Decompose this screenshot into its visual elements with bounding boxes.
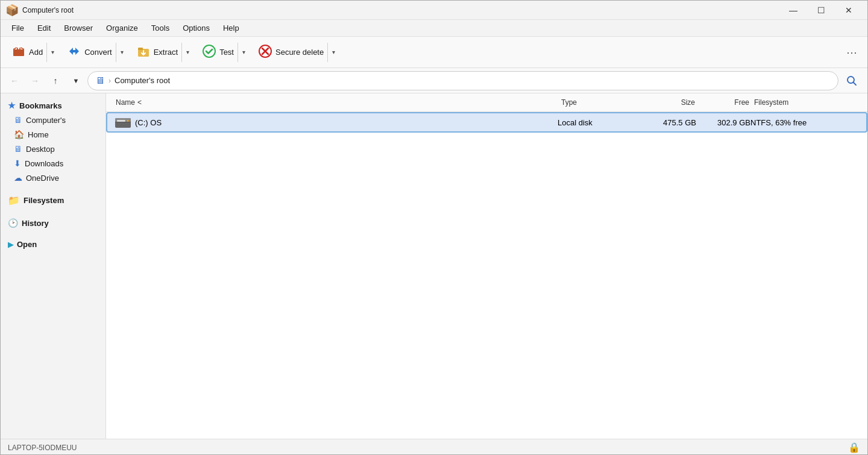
open-label: Open	[17, 240, 37, 249]
menu-help[interactable]: Help	[217, 22, 245, 34]
sidebar-home-label: Home	[28, 130, 49, 139]
history-icon: 🕑	[8, 218, 18, 228]
maximize-button[interactable]: ☐	[807, 1, 835, 20]
minimize-button[interactable]: —	[779, 1, 807, 20]
sidebar-spacer-3	[1, 230, 105, 237]
computer-name: LAPTOP-5IODMEUU	[8, 444, 77, 452]
downloads-icon: ⬇	[14, 158, 21, 168]
add-button-group: Add ▾	[5, 40, 58, 65]
file-name: (C:) OS	[135, 118, 162, 127]
title-bar: 📦 Computer's root — ☐ ✕	[1, 1, 867, 20]
convert-dropdown[interactable]: ▾	[116, 43, 128, 62]
address-monitor-icon: 🖥	[95, 75, 105, 86]
address-separator: ›	[108, 77, 111, 85]
filesystem-section[interactable]: 📁 Filesystem	[1, 192, 105, 209]
file-size: 475.5 GB	[636, 118, 696, 127]
back-button[interactable]: ←	[5, 72, 24, 90]
sidebar-downloads-label: Downloads	[25, 159, 63, 168]
bookmarks-section[interactable]: ★ Bookmarks	[1, 98, 105, 113]
convert-button-group: Convert ▾	[61, 40, 128, 64]
svg-line-14	[854, 82, 857, 85]
computer-icon: 🖥	[14, 115, 22, 125]
menu-file[interactable]: File	[5, 22, 30, 34]
svg-rect-19	[115, 122, 131, 122]
bookmarks-star-icon: ★	[8, 101, 16, 110]
sidebar-item-home[interactable]: 🏠 Home	[1, 127, 105, 142]
history-dropdown-button[interactable]: ▼	[67, 72, 85, 90]
sidebar-item-onedrive[interactable]: ☁ OneDrive	[1, 171, 105, 185]
main-layout: ★ Bookmarks 🖥 Computer's 🏠 Home 🖥 Deskto…	[1, 93, 867, 439]
extract-button-group: Extract ▾	[130, 40, 193, 64]
test-label: Test	[219, 48, 234, 57]
menu-edit[interactable]: Edit	[31, 22, 57, 34]
close-button[interactable]: ✕	[835, 1, 863, 20]
filesystem-label: Filesystem	[24, 196, 64, 205]
convert-icon	[67, 44, 81, 60]
svg-rect-0	[13, 49, 24, 56]
svg-rect-7	[138, 48, 143, 50]
convert-button[interactable]: Convert	[61, 40, 116, 64]
sidebar-desktop-label: Desktop	[26, 145, 55, 154]
add-label: Add	[29, 48, 43, 57]
col-name-label: Name	[116, 98, 135, 107]
extract-icon	[136, 44, 151, 60]
col-size[interactable]: Size	[637, 97, 697, 108]
sidebar-item-downloads[interactable]: ⬇ Downloads	[1, 156, 105, 171]
filesystem-folder-icon: 📁	[8, 195, 20, 206]
forward-button[interactable]: →	[26, 72, 44, 90]
menu-bar: File Edit Browser Organize Tools Options…	[1, 20, 867, 37]
toolbar-more-button[interactable]: ⋯	[841, 42, 863, 63]
open-play-icon: ▶	[8, 240, 13, 249]
address-field[interactable]: 🖥 › Computer's root	[87, 71, 838, 90]
sidebar-item-desktop[interactable]: 🖥 Desktop	[1, 142, 105, 156]
history-section[interactable]: 🕑 History	[1, 216, 105, 230]
secure-delete-icon	[258, 44, 272, 60]
test-dropdown[interactable]: ▾	[237, 43, 250, 62]
menu-options[interactable]: Options	[177, 22, 216, 34]
col-size-label: Size	[681, 98, 695, 107]
svg-point-18	[127, 120, 129, 122]
svg-rect-17	[117, 120, 125, 122]
secure-delete-button-group: Secure delete ▾	[252, 40, 339, 64]
open-section[interactable]: ▶ Open	[1, 237, 105, 251]
table-header: Name < Type Size Free Filesystem	[106, 93, 867, 112]
sidebar: ★ Bookmarks 🖥 Computer's 🏠 Home 🖥 Deskto…	[1, 93, 106, 439]
menu-organize[interactable]: Organize	[100, 22, 144, 34]
secure-delete-button[interactable]: Secure delete	[252, 40, 327, 64]
file-type: Local disk	[558, 118, 636, 127]
col-filesystem[interactable]: Filesystem	[752, 97, 860, 108]
test-button[interactable]: Test	[196, 40, 237, 64]
col-name[interactable]: Name <	[113, 97, 559, 108]
secure-delete-dropdown[interactable]: ▾	[327, 43, 339, 62]
col-filesystem-label: Filesystem	[754, 98, 788, 107]
menu-browser[interactable]: Browser	[58, 22, 99, 34]
extract-dropdown[interactable]: ▾	[181, 43, 193, 62]
up-button[interactable]: ↑	[46, 72, 64, 90]
content-area: Name < Type Size Free Filesystem	[106, 93, 867, 439]
sidebar-item-computers[interactable]: 🖥 Computer's	[1, 113, 105, 127]
title-text: Computer's root	[22, 6, 74, 14]
menu-tools[interactable]: Tools	[145, 22, 175, 34]
status-bar: LAPTOP-5IODMEUU 🔒	[1, 439, 867, 455]
desktop-icon: 🖥	[14, 144, 22, 154]
svg-marker-5	[69, 48, 79, 55]
window-controls: — ☐ ✕	[779, 1, 863, 20]
col-type[interactable]: Type	[559, 97, 637, 108]
test-button-group: Test ▾	[196, 40, 250, 64]
address-bar: ← → ↑ ▼ 🖥 › Computer's root	[1, 68, 867, 93]
extract-button[interactable]: Extract	[130, 40, 181, 64]
table-row[interactable]: (C:) OS Local disk 475.5 GB 302.9 GB NTF…	[106, 112, 867, 133]
col-free[interactable]: Free	[697, 97, 752, 108]
onedrive-icon: ☁	[14, 173, 22, 183]
add-dropdown[interactable]: ▾	[46, 43, 58, 62]
convert-label: Convert	[84, 48, 112, 57]
search-button[interactable]	[841, 70, 863, 92]
title-bar-left: 📦 Computer's root	[5, 4, 74, 17]
drive-icon	[115, 116, 131, 128]
sidebar-spacer-1	[1, 185, 105, 192]
extract-label: Extract	[154, 48, 178, 57]
sidebar-computers-label: Computer's	[26, 116, 66, 125]
sidebar-spacer-2	[1, 209, 105, 216]
add-button[interactable]: Add	[5, 40, 46, 65]
col-free-label: Free	[734, 98, 749, 107]
